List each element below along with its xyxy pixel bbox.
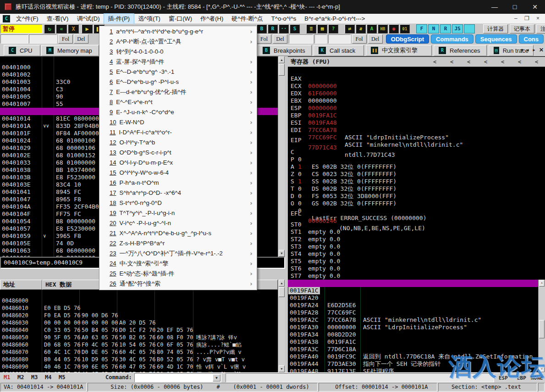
- menu-item[interactable]: 文^件(F): [12, 14, 43, 24]
- fpu-register-row[interactable]: ST7 empty 0.0: [288, 265, 545, 272]
- toolbar-letter-button[interactable]: R: [268, 24, 278, 33]
- register-row[interactable]: ECX 61F60000: [288, 75, 545, 83]
- menu-item[interactable]: B^r-e^a^k-P-o^i-n^t--->: [300, 14, 369, 24]
- toolbar-letter-button[interactable]: B: [257, 24, 267, 33]
- plugin-menu-item[interactable]: 8E^-^E-v^e-n^t ›: [99, 97, 257, 107]
- memory-tab[interactable]: M4: [45, 374, 51, 381]
- plugin-menu-item[interactable]: 13O^D^b-g^S-c-r-i-p^t ›: [99, 148, 257, 158]
- tab-dropdown-icon[interactable]: ▾: [519, 46, 525, 54]
- collapse-chevron-icon[interactable]: <: [460, 59, 477, 65]
- plugin-menu-item[interactable]: 14O^l-l-y-D^u-m-p-E^x ›: [99, 158, 257, 168]
- address-field[interactable]: [29, 34, 57, 44]
- toolbar-button[interactable]: ↻: [44, 24, 55, 33]
- window-tab[interactable]: ❚❚ 中文搜索引擎: [366, 45, 432, 56]
- collapse-chevron-icon[interactable]: <: [528, 59, 545, 65]
- stack-row[interactable]: 0019FA20 77CC69FC ASCII "minkernel\ntdll…: [288, 287, 538, 294]
- register-row[interactable]: EDI 77CC69FC ASCII "minkernel\ntdll\ldri…: [288, 119, 545, 127]
- menu-item[interactable]: 硬^件-断^点: [227, 14, 267, 24]
- dropdown-arrow-icon[interactable]: ▼: [213, 374, 220, 381]
- dump-row[interactable]: 00486010 F0 EA D5 76 00 00 00 00 D0 1C F…: [0, 297, 278, 304]
- stack-row[interactable]: 0019FA24 77CC6A78 ASCII "LdrpInitializeP…: [288, 294, 538, 302]
- toolbar-tool-button[interactable]: ⇄: [345, 24, 355, 33]
- script-plugin-button[interactable]: Cons: [519, 34, 544, 44]
- memory-tab[interactable]: Command:: [105, 374, 132, 381]
- address-field[interactable]: [0, 34, 28, 44]
- fol-button[interactable]: Fol: [58, 34, 73, 44]
- dump-row[interactable]: 00486050 D0 68 05 76 D0 DE 05 76 30 4C 0…: [0, 326, 278, 334]
- toolbar-tool-button[interactable]: HB: [378, 24, 388, 33]
- toolbar-letter-button[interactable]: ··: [279, 24, 289, 33]
- tab-scroll-left-icon[interactable]: ◂: [525, 46, 530, 54]
- flag-row[interactable]: Z 1 DS 002B 32位 0(FFFFFFFF): [288, 163, 545, 171]
- scroll-up-icon[interactable]: ▲: [279, 56, 285, 63]
- del-button[interactable]: Del: [273, 34, 287, 44]
- fpu-register-row[interactable]: ST1 empty 0.0: [288, 221, 545, 228]
- command-input[interactable]: ▼: [134, 373, 221, 382]
- register-row[interactable]: EIP 77D71C43 ntdll.77D71C43: [288, 129, 545, 137]
- menu-item[interactable]: 选^项(T): [134, 14, 165, 24]
- dump-row[interactable]: 00486070 B0 44 05 76 90 6E 05 76 50 DE 0…: [0, 341, 278, 348]
- stack-row[interactable]: 0019FA30 0019FA1C: [288, 316, 538, 324]
- plugin-menu-item[interactable]: 25E^动^态-标^题^插-件 ›: [99, 269, 257, 279]
- plugin-menu-item[interactable]: 12O-l^l^y-T^a^b ›: [99, 138, 257, 148]
- flag-row[interactable]: D 0: [288, 185, 545, 193]
- script-plugin-button[interactable]: Sequences: [475, 34, 517, 44]
- script-plugin-button[interactable]: ODbgScript: [386, 34, 429, 44]
- fol-button[interactable]: Fol: [257, 34, 271, 44]
- dump-address-column-header[interactable]: 地址: [0, 280, 42, 290]
- scroll-thumb[interactable]: [279, 64, 285, 76]
- plugin-menu-item[interactable]: 15O^l^l^y-W^o-w-6-4 ›: [99, 168, 257, 178]
- flag-row[interactable]: P 1 CS 0023 32位 0(FFFFFFFF): [288, 149, 545, 156]
- app-launcher-button[interactable]: 记事本: [510, 24, 534, 33]
- toolbar-view-button[interactable]: ▦: [317, 24, 327, 33]
- toolbar-button[interactable]: X: [68, 24, 79, 33]
- plugin-menu-item[interactable]: 9E- ^J-u-n-k^ -C^o^d^e ›: [99, 107, 257, 117]
- register-row[interactable]: EBX 00000000: [288, 90, 545, 97]
- toolbar-button[interactable]: «: [56, 24, 67, 33]
- mdi-window-controls[interactable]: – ❐ ×: [514, 15, 542, 22]
- plugin-menu-item[interactable]: 22Z-s-H-B^P^B^a^r ›: [99, 238, 257, 248]
- plugin-menu-item[interactable]: 23一^万^八^O^D^补^丁^插-件-V^e-r^1-.-2 ›: [99, 248, 257, 259]
- tab-close-icon[interactable]: ✕: [539, 46, 544, 54]
- dump-row[interactable]: 00486060 60 4C 1C 70 10 D9 05 76 60 47 0…: [0, 334, 278, 341]
- plugin-menu-item[interactable]: 2A^P-I^断-点-设^置^工^具 ›: [99, 37, 257, 47]
- stack-row[interactable]: 0019FA34 77D6C18A 返回到 ntdll.77D6C18A 来自 …: [288, 324, 538, 331]
- plugin-menu-item[interactable]: 4蓝-屏-探^寻^插^件 ›: [99, 57, 257, 67]
- flag-row[interactable]: A 0 SS 002B 32位 0(FFFFFFFF): [288, 156, 545, 163]
- scroll-down-icon[interactable]: ▼: [279, 365, 285, 372]
- dump-row[interactable]: 00486030 C0 33 05 76 A0 63 05 76 10 54 0…: [0, 312, 278, 319]
- quick-button[interactable]: R: [440, 24, 451, 33]
- window-tab[interactable]: B Breakpoints: [258, 45, 312, 56]
- memory-dump-pane[interactable]: 地址 HEX 数据 00486000 E0 EB D5 76 90 00 D6 …: [0, 280, 278, 372]
- memory-tab[interactable]: M1: [4, 374, 10, 381]
- tab-scroll-right-icon[interactable]: ▸: [531, 46, 537, 54]
- scroll-up-icon[interactable]: ▲: [279, 280, 285, 287]
- window-tab[interactable]: R References: [434, 45, 487, 56]
- quick-button[interactable]: N: [428, 24, 439, 33]
- toolbar-button[interactable]: ▶: [82, 24, 93, 33]
- window-tab[interactable]: M Memory map: [41, 45, 99, 56]
- search-field[interactable]: [328, 34, 351, 44]
- disasm-scrollbar[interactable]: ▲ ▼: [278, 56, 285, 257]
- search-field[interactable]: [314, 34, 327, 44]
- toolbar-tool-button[interactable]: A: [367, 24, 377, 33]
- quick-button[interactable]: JS: [452, 24, 463, 33]
- plugin-menu-item[interactable]: 7E---d-e^b^u^g-优^化-插^件 ›: [99, 87, 257, 97]
- dump-scrollbar[interactable]: ▲ ▼: [278, 280, 285, 372]
- scroll-thumb[interactable]: [279, 287, 285, 297]
- dump-row[interactable]: 00486000 E0 EB D5 76 90 00 D6 76 A0 20 D…: [0, 290, 278, 297]
- menu-item[interactable]: 窗-口(W): [165, 14, 196, 24]
- plugin-menu-item[interactable]: 17S^h^a^r^p-O^D- -x^6^4 ›: [99, 188, 257, 198]
- fpu-register-row[interactable]: ST5 empty 0.0: [288, 250, 545, 258]
- collapse-chevron-icon[interactable]: <: [443, 59, 460, 65]
- fpu-register-row[interactable]: ST4 empty 0.0: [288, 243, 545, 250]
- maximize-button[interactable]: □: [505, 0, 525, 14]
- flag-row[interactable]: O 0 LastErr ERROR_SUCCESS (00000000): [288, 193, 545, 200]
- fpu-register-row[interactable]: ST6 empty 0.0: [288, 258, 545, 265]
- del-button[interactable]: Del: [368, 34, 383, 44]
- window-tab[interactable]: C CPU: [4, 45, 40, 56]
- flag-row[interactable]: C 0 ES 002B 32位 0(FFFFFFFF): [288, 141, 545, 149]
- collapse-chevron-icon[interactable]: <: [494, 59, 511, 65]
- dump-row[interactable]: 00486080 40 46 1C 70 40 6F 05 76 60 43 0…: [0, 348, 278, 356]
- collapse-chevron-icon[interactable]: <: [426, 59, 443, 65]
